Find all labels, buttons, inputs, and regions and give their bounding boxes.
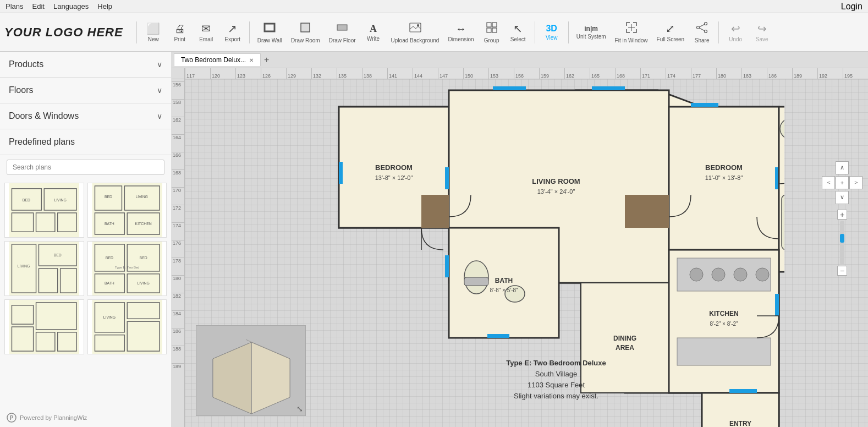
new-label: New [148,36,159,42]
nav-up-button[interactable]: ∧ [836,161,849,174]
share-label: Share [695,37,710,43]
drawing-canvas[interactable]: BEDROOM 13'-8" × 12'-0" LIVING ROOM 13'-… [185,79,868,427]
print-icon: 🖨 [174,23,185,35]
redo-label: Save [756,36,768,42]
floors-header[interactable]: Floors ∨ [0,78,171,103]
svg-point-12 [697,26,700,29]
products-header[interactable]: Products ∨ [0,52,171,77]
svg-rect-6 [492,23,497,27]
tab-bar: Two Bedroom Delux... ✕ + [172,52,868,68]
write-button[interactable]: A Write [361,21,386,44]
svg-text:Type E: Two Bed: Type E: Two Bed [115,266,139,269]
svg-rect-72 [592,86,625,90]
plan-thumbnail-6[interactable]: LIVING [87,299,167,354]
svg-rect-8 [492,28,497,32]
plan-thumbnails: BED LIVING BED LIVING BATH KITCHEN [0,179,171,358]
menu-edit[interactable]: Edit [32,2,45,10]
floors-chevron-icon: ∨ [157,86,162,95]
doors-windows-section: Doors & Windows ∨ [0,103,171,129]
add-tab-button[interactable]: + [261,54,272,66]
thumb-svg-6: LIVING [88,300,167,354]
plan-thumbnail-2[interactable]: BED LIVING BATH KITCHEN [87,183,167,238]
tab-1[interactable]: Two Bedroom Delux... ✕ [174,53,261,66]
svg-point-94 [734,268,747,281]
svg-text:LIVING: LIVING [54,198,67,202]
svg-text:KITCHEN: KITCHEN [709,310,738,317]
new-icon: ⬜ [146,22,160,35]
redo-button[interactable]: ↪ Save [750,20,774,45]
menu-bar: Plans Edit Languages Help Login [0,0,868,13]
export-button[interactable]: ↗ Export [221,20,245,45]
dimension-button[interactable]: ↔ Dimension [444,20,477,45]
print-button[interactable]: 🖨 Print [168,20,192,45]
toolbar: YOUR LOGO HERE ⬜ New 🖨 Print ✉ Email ↗ E… [0,13,868,52]
draw-wall-icon [263,21,276,36]
redo-icon: ↪ [757,22,767,35]
3d-view-button[interactable]: 3D View [540,21,564,43]
undo-button[interactable]: ↩ Undo [723,20,748,45]
svg-line-15 [699,28,704,31]
zoom-minus-button[interactable]: − [837,266,847,276]
floors-section: Floors ∨ [0,78,171,103]
svg-rect-82 [445,255,449,277]
svg-text:Slight variations may exist.: Slight variations may exist. [514,392,598,400]
login-button[interactable]: Login [841,2,862,12]
fit-window-button[interactable]: Fit in Window [612,19,651,46]
svg-rect-1 [301,23,310,32]
preview-expand-icon[interactable]: ⤡ [296,404,303,413]
svg-text:BED: BED [104,195,112,199]
menu-plans[interactable]: Plans [6,2,24,10]
planningwiz-logo-icon: P [7,413,17,423]
separator-2 [249,21,250,43]
products-section: Products ∨ [0,52,171,78]
3d-preview-thumbnail[interactable]: ⤡ [196,325,306,416]
zoom-plus-button[interactable]: + [837,210,847,220]
thumb-svg-3: LIVING BED [5,242,84,295]
svg-point-93 [712,268,725,281]
draw-floor-button[interactable]: Draw Floor [326,19,359,46]
print-label: Print [174,36,185,42]
group-button[interactable]: Group [480,19,504,46]
search-plans-input[interactable] [7,160,164,175]
nav-left-button[interactable]: ＜ [822,176,835,189]
ruler-top: 1171201231261291321351381411441471501531… [172,68,868,79]
draw-wall-button[interactable]: Draw Wall [254,19,285,46]
unit-system-button[interactable]: in|m Unit System [573,23,609,42]
plan-thumbnail-4[interactable]: BED BED BATH LIVING Type E: Two Bed [87,241,167,296]
ruler-numbers: 1171201231261291321351381411441471501531… [185,68,868,79]
svg-rect-7 [487,28,491,32]
fullscreen-button[interactable]: ⤢ Full Screen [653,20,688,45]
draw-room-button[interactable]: Draw Room [288,19,323,46]
3d-label: View [546,35,558,41]
nav-right-button[interactable]: ＞ [849,176,862,189]
select-button[interactable]: ↖ Select [506,20,530,45]
predefined-plans-header: Predefined plans [0,129,171,155]
new-button[interactable]: ⬜ New [141,20,166,45]
share-button[interactable]: Share [690,19,714,46]
canvas-area: Two Bedroom Delux... ✕ + 117120123126129… [172,52,868,427]
undo-label: Undo [729,36,742,42]
plan-thumbnail-5[interactable] [4,299,84,354]
tab-1-close-icon[interactable]: ✕ [249,57,254,63]
svg-text:13'-4" × 24'-0": 13'-4" × 24'-0" [537,188,575,195]
svg-rect-86 [782,195,784,250]
nav-down-button[interactable]: ∨ [836,191,849,204]
svg-text:BEDROOM: BEDROOM [375,163,413,172]
floorplan-svg: BEDROOM 13'-8" × 12'-0" LIVING ROOM 13'-… [262,85,784,427]
menu-languages[interactable]: Languages [53,2,89,10]
select-icon: ↖ [513,22,523,35]
email-button[interactable]: ✉ Email [194,20,218,45]
left-ruler-numbers: 1561581621641661681701721741761781801821… [172,79,184,381]
svg-text:Type E: Two Bedroom Deluxe: Type E: Two Bedroom Deluxe [506,359,606,367]
plan-thumbnail-3[interactable]: LIVING BED [4,241,84,296]
svg-rect-5 [487,23,491,27]
email-label: Email [199,36,213,42]
upload-bg-button[interactable]: Upload Background [388,19,443,46]
separator-4 [568,21,569,43]
export-label: Export [224,36,240,42]
menu-help[interactable]: Help [97,2,112,10]
svg-text:BATH: BATH [495,277,513,284]
doors-windows-header[interactable]: Doors & Windows ∨ [0,103,171,129]
nav-center-button[interactable]: + [836,176,849,189]
plan-thumbnail-1[interactable]: BED LIVING [4,183,84,238]
